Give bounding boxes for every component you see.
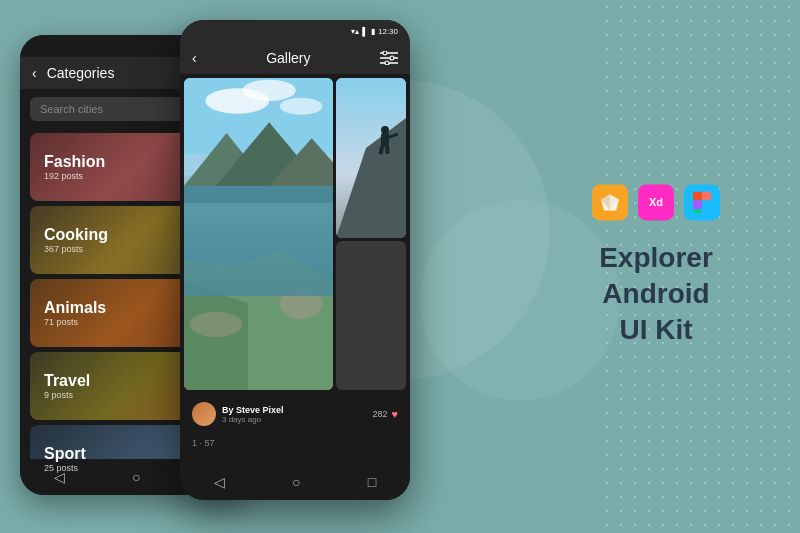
mountain-lake-image bbox=[184, 78, 333, 390]
gallery-right-column bbox=[336, 78, 406, 390]
svg-rect-16 bbox=[184, 229, 333, 240]
post-author: By Steve Pixel bbox=[222, 405, 284, 415]
bg-circle2-decoration bbox=[420, 200, 620, 400]
svg-point-5 bbox=[385, 61, 389, 65]
filter-icon[interactable] bbox=[380, 51, 398, 65]
svg-rect-27 bbox=[385, 146, 390, 154]
phone2-battery-icon: ▮ bbox=[371, 27, 375, 36]
svg-rect-14 bbox=[184, 186, 333, 282]
gallery-placeholder bbox=[336, 241, 406, 390]
phone2-header-title: Gallery bbox=[266, 50, 310, 66]
brand-line1: Explorer bbox=[592, 240, 720, 276]
phone2-status-bar: ▾▴ ▌ ▮ 12:30 bbox=[180, 20, 410, 42]
cat-fashion-text: Fashion 192 posts bbox=[44, 153, 105, 181]
phone2-signal-icon: ▌ bbox=[362, 27, 368, 36]
svg-point-10 bbox=[280, 98, 323, 115]
silhouette-image bbox=[336, 78, 406, 238]
svg-point-20 bbox=[189, 312, 242, 338]
svg-rect-34 bbox=[693, 209, 702, 213]
svg-rect-32 bbox=[702, 191, 711, 200]
svg-point-9 bbox=[243, 80, 296, 101]
phone2-status-icons: ▾▴ ▌ ▮ 12:30 bbox=[351, 27, 398, 36]
cat-animals-name: Animals bbox=[44, 299, 106, 317]
likes-count: 282 bbox=[372, 409, 387, 419]
phone2-nav-recent[interactable]: □ bbox=[368, 474, 376, 490]
svg-point-24 bbox=[381, 126, 389, 134]
cat-animals-posts: 71 posts bbox=[44, 317, 106, 327]
gallery-main-image[interactable] bbox=[184, 78, 333, 390]
sketch-app-icon bbox=[592, 184, 628, 220]
post-time: 3 days ago bbox=[222, 415, 284, 424]
cat-fashion-name: Fashion bbox=[44, 153, 105, 171]
cat-travel-name: Travel bbox=[44, 372, 90, 390]
post-info: By Steve Pixel 3 days ago 282 ♥ bbox=[180, 394, 410, 434]
cat-travel-text: Travel 9 posts bbox=[44, 372, 90, 400]
post-avatar bbox=[192, 402, 216, 426]
phone1-header-title: Categories bbox=[47, 65, 115, 81]
svg-rect-33 bbox=[693, 200, 702, 209]
phone2-time: 12:30 bbox=[378, 27, 398, 36]
xd-label: Xd bbox=[649, 196, 663, 208]
cat-cooking-posts: 367 posts bbox=[44, 244, 108, 254]
phone1-search-placeholder: Search cities bbox=[40, 103, 103, 115]
phone2-gallery: ▾▴ ▌ ▮ 12:30 ‹ Gallery bbox=[180, 20, 410, 500]
gallery-images bbox=[180, 74, 410, 394]
phone2-nav: ◁ ○ □ bbox=[180, 464, 410, 500]
svg-rect-31 bbox=[693, 191, 702, 200]
brand-line2: Android bbox=[592, 276, 720, 312]
branding-section: Xd Explorer Android UI Kit bbox=[592, 184, 720, 349]
gallery-pagination: 1 · 57 bbox=[180, 434, 410, 452]
svg-point-4 bbox=[390, 56, 394, 60]
cat-travel-posts: 9 posts bbox=[44, 390, 90, 400]
cat-sport-name: Sport bbox=[44, 445, 86, 463]
app-icons: Xd bbox=[592, 184, 720, 220]
phone1-back-button[interactable]: ‹ bbox=[32, 65, 37, 81]
post-likes: 282 ♥ bbox=[372, 408, 398, 420]
post-author-info: By Steve Pixel 3 days ago bbox=[192, 402, 284, 426]
cat-sport-posts: 25 posts bbox=[44, 463, 86, 473]
phone2-nav-home[interactable]: ○ bbox=[292, 474, 300, 490]
phone2-back-button[interactable]: ‹ bbox=[192, 50, 197, 66]
svg-point-35 bbox=[702, 200, 711, 209]
phone2-wifi-icon: ▾▴ bbox=[351, 27, 359, 36]
svg-point-3 bbox=[383, 51, 387, 55]
cat-cooking-name: Cooking bbox=[44, 226, 108, 244]
xd-app-icon: Xd bbox=[638, 184, 674, 220]
brand-line3: UI Kit bbox=[592, 313, 720, 349]
phone2-nav-back[interactable]: ◁ bbox=[214, 474, 225, 490]
phone1-nav-home[interactable]: ○ bbox=[132, 469, 140, 485]
cat-cooking-text: Cooking 367 posts bbox=[44, 226, 108, 254]
svg-rect-15 bbox=[184, 207, 333, 218]
svg-point-19 bbox=[280, 287, 323, 319]
cat-animals-text: Animals 71 posts bbox=[44, 299, 106, 327]
cat-sport-text: Sport 25 posts bbox=[44, 445, 86, 473]
heart-icon[interactable]: ♥ bbox=[391, 408, 398, 420]
post-meta: By Steve Pixel 3 days ago bbox=[222, 405, 284, 424]
phone2-header: ‹ Gallery bbox=[180, 42, 410, 74]
brand-text: Explorer Android UI Kit bbox=[592, 240, 720, 349]
cat-fashion-posts: 192 posts bbox=[44, 171, 105, 181]
svg-rect-23 bbox=[381, 133, 389, 147]
figma-app-icon bbox=[684, 184, 720, 220]
gallery-secondary-image[interactable] bbox=[336, 78, 406, 238]
